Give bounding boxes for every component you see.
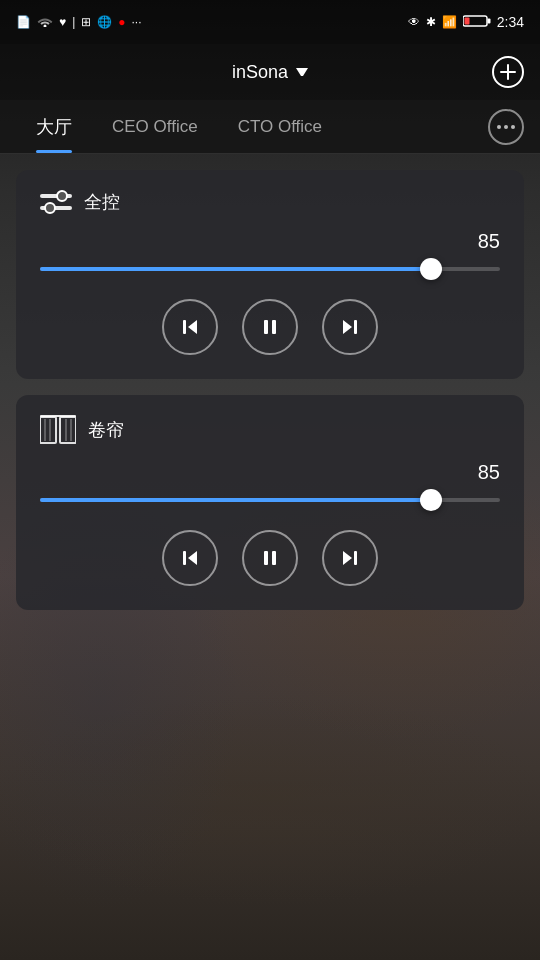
app-title-text: inSona <box>232 62 288 83</box>
file-icon: 📄 <box>16 15 31 29</box>
curtain-card: 卷帘 85 <box>16 395 524 610</box>
curtain-title: 卷帘 <box>88 418 124 442</box>
all-control-header: 全控 <box>40 190 500 214</box>
all-control-next-button[interactable] <box>322 299 378 355</box>
three-dots-icon <box>497 125 515 129</box>
svg-rect-17 <box>60 417 76 443</box>
svg-rect-10 <box>183 320 186 334</box>
phone-icon: 📶 <box>442 15 457 29</box>
tab-datinghall[interactable]: 大厅 <box>16 100 92 153</box>
tab-cto-office-label: CTO Office <box>238 117 322 137</box>
svg-marker-13 <box>343 320 352 334</box>
svg-rect-11 <box>264 320 268 334</box>
svg-marker-22 <box>188 551 197 565</box>
curtain-prev-button[interactable] <box>162 530 218 586</box>
all-control-buttons <box>40 299 500 355</box>
curtain-buttons <box>40 530 500 586</box>
apps-icon: ⊞ <box>81 15 91 29</box>
svg-point-7 <box>57 191 67 201</box>
all-control-fill <box>40 267 431 271</box>
svg-rect-23 <box>183 551 186 565</box>
more-tabs-button[interactable] <box>488 109 524 145</box>
curtain-track <box>40 498 500 502</box>
svg-rect-1 <box>487 19 490 24</box>
tab-bar: 大厅 CEO Office CTO Office <box>0 100 540 154</box>
all-control-pause-button[interactable] <box>242 299 298 355</box>
record-icon: ● <box>118 15 125 29</box>
svg-rect-16 <box>40 417 56 443</box>
more-icon: ··· <box>132 15 142 29</box>
curtain-pause-button[interactable] <box>242 530 298 586</box>
all-control-value: 85 <box>40 230 500 253</box>
tab-cto-office[interactable]: CTO Office <box>218 100 342 153</box>
status-icons-left: 📄 ♥ | ⊞ 🌐 ● ··· <box>16 15 142 30</box>
all-control-track <box>40 267 500 271</box>
tab-datinghall-label: 大厅 <box>36 115 72 139</box>
svg-rect-2 <box>464 18 469 25</box>
tab-ceo-office-label: CEO Office <box>112 117 198 137</box>
eye-icon: 👁 <box>408 15 420 29</box>
heart-icon: ♥ <box>59 15 66 29</box>
main-content: 全控 85 <box>0 154 540 626</box>
curtain-header: 卷帘 <box>40 415 500 445</box>
all-control-thumb[interactable] <box>420 258 442 280</box>
svg-point-8 <box>45 203 55 213</box>
status-icons-right: 👁 ✱ 📶 2:34 <box>408 14 524 30</box>
curtain-thumb[interactable] <box>420 489 442 511</box>
app-title: inSona <box>232 62 308 83</box>
time-display: 2:34 <box>497 14 524 30</box>
battery-icon <box>463 14 491 30</box>
browser-icon: 🌐 <box>97 15 112 29</box>
svg-rect-14 <box>354 320 357 334</box>
svg-rect-12 <box>272 320 276 334</box>
tab-ceo-office[interactable]: CEO Office <box>92 100 218 153</box>
curtain-slider[interactable] <box>40 490 500 510</box>
add-button[interactable] <box>492 56 524 88</box>
all-control-prev-button[interactable] <box>162 299 218 355</box>
chevron-down-icon[interactable] <box>296 68 308 76</box>
svg-rect-27 <box>354 551 357 565</box>
sliders-icon <box>40 190 72 214</box>
power-icon: | <box>72 15 75 29</box>
all-control-title: 全控 <box>84 190 120 214</box>
app-header: inSona <box>0 44 540 100</box>
all-control-card: 全控 85 <box>16 170 524 379</box>
svg-marker-9 <box>188 320 197 334</box>
curtain-icon <box>40 415 76 445</box>
svg-rect-24 <box>264 551 268 565</box>
curtain-value: 85 <box>40 461 500 484</box>
status-bar: 📄 ♥ | ⊞ 🌐 ● ··· 👁 ✱ 📶 2:34 <box>0 0 540 44</box>
bluetooth-icon: ✱ <box>426 15 436 29</box>
curtain-next-button[interactable] <box>322 530 378 586</box>
svg-rect-25 <box>272 551 276 565</box>
svg-marker-26 <box>343 551 352 565</box>
all-control-slider[interactable] <box>40 259 500 279</box>
curtain-fill <box>40 498 431 502</box>
wifi-icon <box>37 15 53 30</box>
